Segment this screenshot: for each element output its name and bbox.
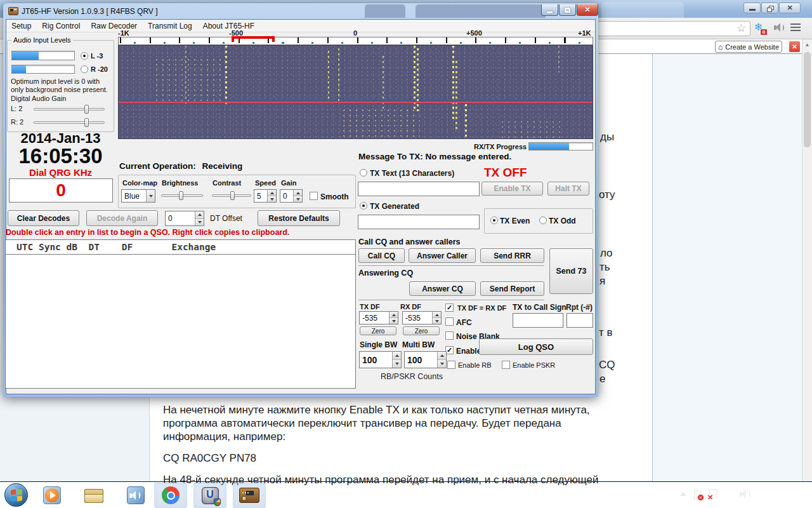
speed-up-icon[interactable] <box>268 190 276 196</box>
tray-language[interactable]: RU <box>660 490 671 499</box>
multi-bw-spinner[interactable]: 100 <box>404 351 447 368</box>
singlebw-up-icon[interactable] <box>393 352 401 360</box>
tx-text-input[interactable] <box>358 182 480 196</box>
right-channel-radio[interactable] <box>81 65 88 73</box>
taskbar-volume-app[interactable] <box>119 483 152 508</box>
noise-blank-checkbox[interactable] <box>445 331 454 340</box>
tray-network-icon[interactable]: ✕ <box>707 488 720 501</box>
contrast-slider[interactable] <box>212 194 251 197</box>
txdf-up-icon[interactable] <box>390 312 398 318</box>
left-channel-radio[interactable] <box>81 52 88 60</box>
infobar-close-button[interactable]: ✕ <box>789 41 801 53</box>
taskbar-explorer[interactable] <box>77 483 110 508</box>
single-bw-spinner[interactable]: 100 <box>359 351 402 368</box>
scrollbar-up-icon[interactable]: ▲ <box>802 41 812 50</box>
tx-text-radio[interactable] <box>360 169 367 177</box>
jt65-close-button[interactable]: ✕ <box>577 4 598 16</box>
afc-checkbox[interactable] <box>445 318 454 326</box>
gain-spinner[interactable]: 0 <box>280 189 303 203</box>
browser-restore-button[interactable] <box>761 3 778 13</box>
browser-close-button[interactable]: ✕ <box>779 3 801 13</box>
start-button[interactable] <box>4 483 28 507</box>
contrast-slider-thumb[interactable] <box>230 191 235 200</box>
restore-defaults-button[interactable]: Restore Defaults <box>258 210 340 226</box>
clear-decodes-button[interactable]: Clear Decodes <box>8 210 79 226</box>
jt65-minimize-button[interactable] <box>541 4 558 16</box>
answer-cq-button[interactable]: Answer CQ <box>409 281 476 296</box>
tray-clock[interactable]: 20:05 13.01.2014 <box>759 485 798 505</box>
right-gain-slider[interactable] <box>34 121 105 124</box>
txdf-down-icon[interactable] <box>390 318 398 324</box>
send-73-button[interactable]: Send 73 <box>549 248 593 294</box>
halt-tx-button[interactable]: Halt TX <box>547 182 589 196</box>
answer-caller-button[interactable]: Answer Caller <box>409 248 476 263</box>
gain-down-icon[interactable] <box>294 196 302 202</box>
txdf-eq-rxdf-checkbox[interactable]: ✓ <box>445 304 454 312</box>
bookmark-star-icon[interactable]: ☆ <box>737 22 746 35</box>
browser-minimize-button[interactable] <box>743 3 761 13</box>
left-gain-slider[interactable] <box>34 108 105 110</box>
colormap-select[interactable]: Blue <box>121 189 155 203</box>
taskbar-jt65[interactable] <box>233 483 266 508</box>
rx-df-spinner[interactable]: -535 <box>402 311 442 324</box>
call-cq-button[interactable]: Call CQ <box>358 248 405 263</box>
rxdf-up-icon[interactable] <box>433 312 441 318</box>
create-website-button[interactable]: ⌂ Create a Website <box>715 41 782 53</box>
tx-df-zero-button[interactable]: Zero <box>360 326 396 335</box>
menu-raw-decoder[interactable]: Raw Decoder <box>91 22 137 30</box>
enable-tx-button[interactable]: Enable TX <box>481 182 543 196</box>
waterfall-display[interactable] <box>118 45 593 139</box>
show-desktop-strip[interactable] <box>803 482 812 508</box>
send-report-button[interactable]: Send Report <box>480 281 544 296</box>
tx-odd-radio[interactable] <box>539 217 547 224</box>
taskbar-chrome[interactable] <box>154 483 187 508</box>
smooth-checkbox[interactable] <box>310 192 318 200</box>
left-gain-slider-thumb[interactable] <box>84 105 89 114</box>
menu-transmit-log[interactable]: Transmit Log <box>148 22 192 30</box>
enable-rb-checkbox[interactable] <box>447 361 455 369</box>
browser-scrollbar[interactable]: ▲ <box>802 39 812 481</box>
brightness-slider-thumb[interactable] <box>179 191 183 200</box>
singlebw-down-icon[interactable] <box>393 360 401 368</box>
tx-even-radio[interactable] <box>490 217 498 224</box>
dt-up-icon[interactable] <box>195 211 204 219</box>
speed-down-icon[interactable] <box>268 196 276 202</box>
decode-again-button[interactable]: Decode Again <box>86 210 158 226</box>
speed-spinner[interactable]: 5 <box>254 189 277 203</box>
tray-volume-icon[interactable] <box>740 490 752 500</box>
browser-menu-icon[interactable] <box>790 23 801 25</box>
taskbar-media-player[interactable] <box>36 483 69 508</box>
log-qso-button[interactable]: Log QSO <box>479 338 593 355</box>
dt-down-icon[interactable] <box>195 219 204 226</box>
brightness-slider[interactable] <box>161 194 203 197</box>
tray-action-center-icon[interactable]: ✕ <box>693 488 704 501</box>
browser-tab[interactable] <box>601 2 684 18</box>
menu-rig-control[interactable]: Rig Control <box>42 22 80 30</box>
send-rrr-button[interactable]: Send RRR <box>480 248 544 263</box>
right-gain-slider-thumb[interactable] <box>84 118 89 127</box>
rx-df-zero-button[interactable]: Zero <box>403 326 440 335</box>
tx-generated-radio[interactable] <box>360 202 367 210</box>
dt-offset-spinner[interactable]: 0 <box>165 211 204 226</box>
multibw-down-icon[interactable] <box>438 360 446 368</box>
tray-show-hidden-icon[interactable] <box>680 492 686 496</box>
dial-qrg-value-box[interactable]: 0 <box>9 178 113 203</box>
multi-bw-label: Multi BW <box>402 340 435 349</box>
tx-df-spinner[interactable]: -535 <box>359 311 398 324</box>
decode-list[interactable] <box>5 254 356 389</box>
gain-up-icon[interactable] <box>294 190 302 196</box>
enable-pskr-checkbox[interactable] <box>502 361 510 369</box>
rpt-input[interactable] <box>566 313 593 328</box>
rxdf-down-icon[interactable] <box>433 318 441 324</box>
multibw-up-icon[interactable] <box>438 352 446 360</box>
tx-to-call-input[interactable] <box>513 313 563 328</box>
tx-generated-input[interactable] <box>358 215 480 229</box>
scrollbar-thumb[interactable] <box>804 52 811 147</box>
extension-speaker-icon[interactable] <box>774 23 787 33</box>
colormap-dropdown-icon[interactable] <box>147 190 155 202</box>
menu-setup[interactable]: Setup <box>11 22 31 30</box>
tray-signal-icon[interactable] <box>723 489 736 500</box>
taskbar-utorrent[interactable]: U <box>193 483 226 508</box>
frequency-ruler[interactable] <box>118 37 593 45</box>
jt65-maximize-button[interactable] <box>559 4 576 16</box>
